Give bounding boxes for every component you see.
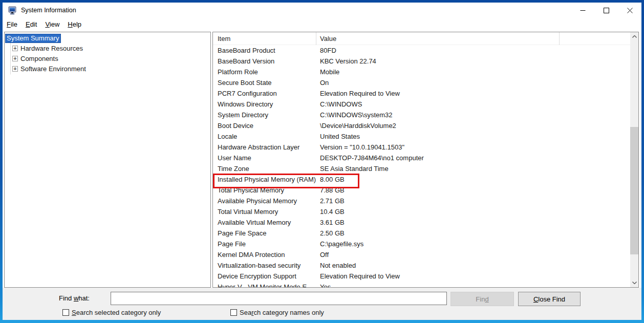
table-row[interactable]: Total Physical Memory7.88 GB (213, 185, 630, 196)
item-cell: Hardware Abstraction Layer (213, 142, 316, 153)
expand-plus-icon[interactable]: + (12, 46, 18, 51)
table-row[interactable]: Available Virtual Memory3.61 GB (213, 217, 630, 228)
table-row[interactable]: Boot Device\Device\HarddiskVolume2 (213, 120, 630, 131)
search-category-names-option: Search category names only (230, 309, 324, 316)
system-information-window: System Information File Edit View Help (3, 3, 641, 320)
close-icon (627, 8, 633, 13)
tree-item-label[interactable]: System Summary (5, 34, 61, 43)
close-button[interactable] (618, 3, 641, 18)
item-cell: Available Virtual Memory (213, 217, 316, 228)
table-row-highlighted[interactable]: Installed Physical Memory (RAM)8.00 GB (213, 174, 630, 185)
find-bar: Find what: Find Close Find Search select… (3, 288, 641, 320)
value-cell: Mobile (316, 67, 603, 77)
system-information-app-icon (8, 6, 17, 15)
value-cell: Elevation Required to View (316, 88, 603, 99)
value-cell: 10.4 GB (316, 206, 603, 217)
value-cell: SE Asia Standard Time (316, 163, 603, 174)
list-header: Item Value (213, 32, 638, 45)
category-tree-panel: System Summary +Hardware Resources+Compo… (4, 32, 211, 288)
close-find-button[interactable]: Close Find (518, 292, 581, 306)
item-cell: Windows Directory (213, 99, 316, 110)
table-row[interactable]: Available Physical Memory2.71 GB (213, 196, 630, 206)
search-selected-category-label: Search selected category only (72, 309, 161, 316)
tree-item[interactable]: +Components (5, 54, 210, 64)
menu-edit[interactable]: Edit (22, 19, 41, 30)
table-row[interactable]: Virtualization-based securityNot enabled (213, 260, 630, 271)
table-row[interactable]: Hardware Abstraction LayerVersion = "10.… (213, 142, 630, 153)
chevron-down-icon (632, 282, 637, 284)
minimize-button[interactable] (571, 3, 594, 18)
item-cell: Hyper-V - VM Monitor Mode E... (213, 282, 316, 287)
table-row[interactable]: Page File Space2.50 GB (213, 228, 630, 239)
table-row[interactable]: Hyper-V - VM Monitor Mode E...Yes (213, 282, 630, 287)
minimize-icon (580, 8, 586, 13)
item-cell: Available Physical Memory (213, 196, 316, 206)
menu-bar: File Edit View Help (3, 18, 641, 30)
column-header-blank (560, 32, 630, 45)
value-cell: United States (316, 131, 603, 142)
value-cell: DESKTOP-7J84M64\no1 computer (316, 153, 603, 163)
value-cell: C:\WINDOWS (316, 99, 603, 110)
find-what-label: Find what: (59, 294, 90, 302)
expand-plus-icon[interactable]: + (12, 66, 18, 72)
item-cell: Kernel DMA Protection (213, 249, 316, 260)
search-selected-category-checkbox[interactable] (62, 309, 69, 316)
search-category-names-label: Search category names only (240, 309, 324, 316)
tree-item[interactable]: +Software Environment (5, 64, 210, 74)
scrollbar-down-button[interactable] (630, 278, 638, 287)
table-row[interactable]: Secure Boot StateOn (213, 77, 630, 88)
list-rows: BaseBoard Product80FDBaseBoard VersionKB… (213, 45, 630, 287)
value-cell: C:\WINDOWS\system32 (316, 110, 603, 120)
item-cell: Page File (213, 239, 316, 249)
value-cell: 8.00 GB (316, 174, 603, 185)
expand-plus-icon[interactable]: + (12, 56, 18, 61)
item-cell: Total Virtual Memory (213, 206, 316, 217)
value-cell: KBC Version 22.74 (316, 56, 603, 67)
item-cell: Total Physical Memory (213, 185, 316, 196)
table-row[interactable]: User NameDESKTOP-7J84M64\no1 computer (213, 153, 630, 163)
table-row[interactable]: PCR7 ConfigurationElevation Required to … (213, 88, 630, 99)
menu-help[interactable]: Help (63, 19, 85, 30)
column-header-item[interactable]: Item (213, 32, 316, 45)
table-row[interactable]: System DirectoryC:\WINDOWS\system32 (213, 110, 630, 120)
table-row[interactable]: Platform RoleMobile (213, 67, 630, 77)
window-title: System Information (21, 7, 76, 14)
chevron-up-icon (632, 35, 637, 38)
tree-item-label: Software Environment (20, 65, 86, 73)
table-row[interactable]: Windows DirectoryC:\WINDOWS (213, 99, 630, 110)
value-cell: On (316, 77, 603, 88)
search-category-names-checkbox[interactable] (230, 309, 237, 316)
menu-file[interactable]: File (3, 19, 22, 30)
tree-item[interactable]: +Hardware Resources (5, 44, 210, 54)
vertical-scrollbar[interactable] (630, 32, 638, 287)
value-cell: 2.71 GB (316, 196, 603, 206)
item-cell: BaseBoard Product (213, 45, 316, 56)
table-row[interactable]: BaseBoard VersionKBC Version 22.74 (213, 56, 630, 67)
find-button[interactable]: Find (450, 292, 514, 306)
table-row[interactable]: Page FileC:\pagefile.sys (213, 239, 630, 249)
table-row[interactable]: Kernel DMA ProtectionOff (213, 249, 630, 260)
value-cell: Elevation Required to View (316, 271, 603, 282)
find-what-input[interactable] (111, 292, 447, 305)
value-cell: 7.88 GB (316, 185, 603, 196)
item-cell: Secure Boot State (213, 77, 316, 88)
table-row[interactable]: BaseBoard Product80FD (213, 45, 630, 56)
maximize-button[interactable] (594, 3, 618, 18)
tree-item-label: Components (20, 55, 58, 62)
scrollbar-up-button[interactable] (630, 32, 638, 41)
item-cell: BaseBoard Version (213, 56, 316, 67)
table-row[interactable]: Device Encryption SupportElevation Requi… (213, 271, 630, 282)
search-selected-category-option: Search selected category only (62, 309, 161, 316)
column-header-value[interactable]: Value (316, 32, 560, 45)
item-cell: Locale (213, 131, 316, 142)
menu-view[interactable]: View (41, 19, 63, 30)
table-row[interactable]: Time ZoneSE Asia Standard Time (213, 163, 630, 174)
value-cell: Off (316, 249, 603, 260)
value-cell: Yes (316, 282, 603, 287)
tree-item-system-summary[interactable]: System Summary (5, 34, 210, 44)
item-cell: Time Zone (213, 163, 316, 174)
scrollbar-thumb[interactable] (630, 127, 638, 254)
table-row[interactable]: Total Virtual Memory10.4 GB (213, 206, 630, 217)
table-row[interactable]: LocaleUnited States (213, 131, 630, 142)
value-cell: Not enabled (316, 260, 603, 271)
